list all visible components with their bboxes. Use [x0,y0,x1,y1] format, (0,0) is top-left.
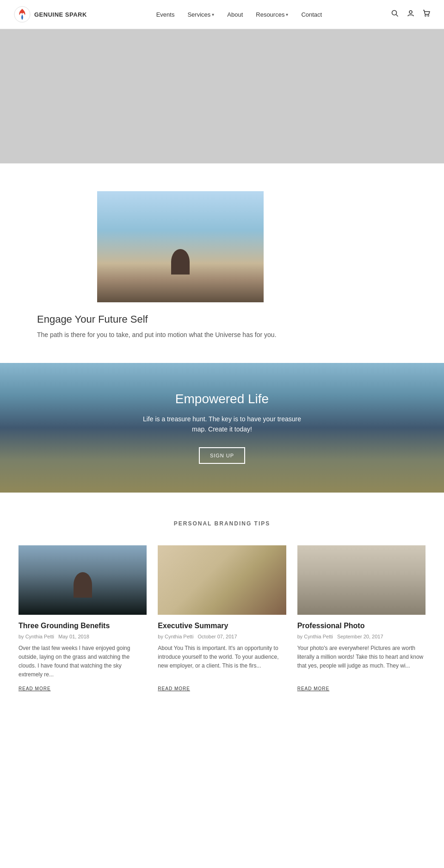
chevron-down-icon: ▾ [212,12,214,17]
featured-subtitle: The path is there for you to take, and p… [37,330,277,340]
logo-text: GENUINE SPARK [34,11,87,18]
empowered-title: Empowered Life [175,392,269,406]
blog-card-1-title: Three Grounding Benefits [18,621,147,631]
cart-icon[interactable] [423,10,430,19]
blog-card-1-read-more[interactable]: READ MORE [18,686,147,691]
featured-section: Engage Your Future Self The path is ther… [0,163,444,363]
blog-card-1-image [18,545,147,615]
hero-banner [0,29,444,163]
blog-card-3-title: Professional Photo [297,621,426,631]
svg-line-2 [396,15,398,17]
blog-grid: Three Grounding Benefits by Cynthia Pett… [18,545,426,691]
featured-title: Engage Your Future Self [37,313,148,325]
blog-section: PERSONAL BRANDING TIPS Three Grounding B… [0,493,444,719]
blog-card-3-excerpt: Your photo's are everywhere! Pictures ar… [297,644,426,680]
blog-card-2-excerpt: About You This is important. It's an opp… [158,644,286,680]
blog-card-2-title: Executive Summary [158,621,286,631]
blog-card-1-meta: by Cynthia Petti May 01, 2018 [18,634,147,639]
main-nav: Events Services ▾ About Resources ▾ Cont… [156,11,322,18]
blog-card-1: Three Grounding Benefits by Cynthia Pett… [18,545,147,691]
blog-card-3-read-more[interactable]: READ MORE [297,686,426,691]
blog-card-1-excerpt: Over the last few weeks I have enjoyed g… [18,644,147,680]
blog-card-3: Professional Photo by Cynthia Petti Sept… [297,545,426,691]
empowered-subtitle: Life is a treasure hunt. The key is to h… [139,414,305,435]
nav-about[interactable]: About [227,11,243,18]
signup-button[interactable]: SIGN UP [199,447,245,464]
nav-contact[interactable]: Contact [301,11,322,18]
svg-point-3 [409,11,412,13]
blog-card-2: Executive Summary by Cynthia Petti Octob… [158,545,286,691]
nav-resources[interactable]: Resources ▾ [256,11,288,18]
empowered-section: Empowered Life Life is a treasure hunt. … [0,363,444,493]
svg-point-4 [425,15,426,17]
blog-card-3-image [297,545,426,615]
logo[interactable]: GENUINE SPARK [14,6,87,23]
header-actions [391,10,430,19]
nav-events[interactable]: Events [156,11,175,18]
svg-point-1 [392,11,397,15]
blog-card-2-image [158,545,286,615]
logo-icon [14,6,31,23]
blog-section-title: PERSONAL BRANDING TIPS [18,520,426,527]
blog-card-3-meta: by Cynthia Petti September 20, 2017 [297,634,426,639]
svg-point-5 [428,15,429,17]
featured-image [97,191,264,302]
blog-card-2-meta: by Cynthia Petti October 07, 2017 [158,634,286,639]
site-header: GENUINE SPARK Events Services ▾ About Re… [0,0,444,29]
nav-services[interactable]: Services ▾ [187,11,214,18]
account-icon[interactable] [407,10,414,19]
chevron-down-icon: ▾ [286,12,288,17]
blog-card-2-read-more[interactable]: READ MORE [158,686,286,691]
search-icon[interactable] [391,10,399,19]
